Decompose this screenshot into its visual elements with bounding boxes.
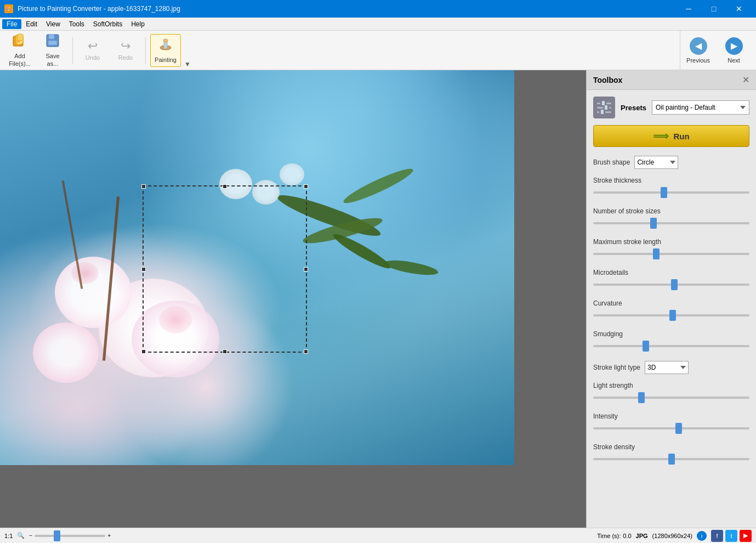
window-controls: ─ □ ✕ — [676, 0, 752, 18]
brush-shape-control: Brush shape Circle Square Diamond — [593, 156, 749, 169]
presets-icon — [593, 97, 615, 118]
menu-file[interactable]: File — [2, 19, 21, 29]
stroke-density-control: Stroke density — [593, 443, 749, 466]
smudging-slider[interactable] — [593, 341, 749, 352]
time-value: 0.0 — [623, 533, 631, 539]
handle-top-left[interactable] — [141, 184, 146, 189]
save-icon — [45, 33, 60, 52]
minimize-button[interactable]: ─ — [676, 0, 701, 18]
handle-middle-right[interactable] — [304, 267, 308, 272]
svg-rect-6 — [48, 41, 57, 45]
svg-point-9 — [163, 39, 168, 42]
next-button[interactable]: ▶ Next — [716, 31, 752, 70]
stroke-thickness-label: Stroke thickness — [593, 177, 749, 184]
curvature-label: Curvature — [593, 299, 749, 307]
main-content: Toolbox ✕ — [0, 70, 756, 528]
zoom-minus-icon: − — [29, 533, 32, 539]
run-button[interactable]: ⟹ Run — [593, 125, 749, 147]
preset-dropdown[interactable]: Oil painting - Default Oil painting - Fi… — [652, 100, 749, 115]
stroke-light-type-label: Stroke light type — [593, 364, 640, 371]
separator-1 — [72, 37, 73, 64]
previous-icon: ◀ — [690, 37, 707, 55]
undo-icon: ↩ — [88, 39, 98, 53]
stroke-thickness-slider[interactable] — [593, 187, 749, 198]
youtube-button[interactable]: ▶ — [740, 530, 752, 542]
info-button[interactable]: i — [697, 531, 707, 541]
handle-middle-left[interactable] — [141, 267, 146, 272]
zoom-ratio: 1:1 — [4, 533, 13, 539]
redo-icon: ↪ — [121, 39, 130, 53]
stroke-density-label: Stroke density — [593, 443, 749, 451]
presets-label: Presets — [621, 104, 646, 112]
toolbox-title: Toolbox — [593, 76, 622, 84]
toolbox-panel: Toolbox ✕ — [586, 70, 756, 528]
light-strength-slider[interactable] — [593, 392, 749, 403]
microdetails-control: Microdetails — [593, 269, 749, 292]
zoom-icon: 🔍 — [17, 532, 25, 539]
curvature-slider[interactable] — [593, 310, 749, 321]
microdetails-slider[interactable] — [593, 279, 749, 290]
nav-buttons: ◀ Previous ▶ Next — [680, 31, 752, 70]
add-files-button[interactable]: 📂 AddFile(s)... — [4, 34, 35, 67]
next-label: Next — [727, 57, 740, 64]
social-buttons: f t ▶ — [711, 530, 752, 542]
format-label: JPG — [636, 533, 648, 539]
undo-label: Undo — [86, 54, 100, 61]
num-stroke-sizes-control: Number of stroke sizes — [593, 207, 749, 230]
canvas-image — [0, 70, 514, 465]
brush-shape-label: Brush shape — [593, 159, 630, 166]
max-stroke-length-slider[interactable] — [593, 248, 749, 259]
maximize-button[interactable]: □ — [701, 0, 726, 18]
time-label: Time (s): — [597, 533, 621, 539]
toolbar-expand[interactable]: ▼ — [183, 31, 192, 70]
toolbox-close-button[interactable]: ✕ — [742, 75, 749, 85]
light-strength-label: Light strength — [593, 382, 749, 389]
microdetails-label: Microdetails — [593, 269, 749, 276]
add-files-icon: 📂 — [12, 33, 27, 52]
save-as-label: Saveas... — [46, 53, 59, 67]
menu-softorbits[interactable]: SoftOrbits — [89, 19, 127, 29]
svg-rect-5 — [49, 35, 54, 39]
window-title: Picture to Painting Converter - apple-16… — [18, 5, 180, 13]
redo-label: Redo — [118, 54, 133, 61]
stroke-density-slider[interactable] — [593, 454, 749, 465]
brush-shape-dropdown[interactable]: Circle Square Diamond — [634, 156, 678, 169]
redo-button[interactable]: ↪ Redo — [110, 34, 141, 67]
stroke-light-type-dropdown[interactable]: 3D 2D None — [645, 361, 689, 374]
facebook-button[interactable]: f — [711, 530, 723, 542]
handle-bottom-right[interactable] — [304, 349, 308, 354]
undo-button[interactable]: ↩ Undo — [77, 34, 108, 67]
canvas-area[interactable] — [0, 70, 586, 528]
title-bar: 🎨 Picture to Painting Converter - apple-… — [0, 0, 756, 18]
save-as-button[interactable]: Saveas... — [37, 34, 68, 67]
num-stroke-sizes-slider[interactable] — [593, 218, 749, 229]
painting-label: Painting — [155, 56, 177, 64]
close-button[interactable]: ✕ — [726, 0, 752, 18]
separator-2 — [145, 37, 146, 64]
previous-label: Previous — [686, 57, 710, 64]
menu-edit[interactable]: Edit — [21, 19, 42, 29]
zoom-slider[interactable] — [35, 530, 105, 541]
painting-button[interactable]: Painting — [150, 34, 181, 67]
intensity-slider[interactable] — [593, 423, 749, 434]
menu-help[interactable]: Help — [127, 19, 149, 29]
twitter-button[interactable]: t — [725, 530, 737, 542]
curvature-control: Curvature — [593, 299, 749, 323]
presets-row: Presets Oil painting - Default Oil paint… — [593, 97, 749, 118]
smudging-control: Smudging — [593, 330, 749, 353]
handle-top-right[interactable] — [304, 184, 308, 189]
menu-tools[interactable]: Tools — [65, 19, 89, 29]
dimensions-label: (1280x960x24) — [652, 533, 692, 539]
previous-button[interactable]: ◀ Previous — [680, 31, 716, 70]
toolbox-header: Toolbox ✕ — [587, 70, 756, 90]
zoom-slider-container: − + — [29, 530, 111, 541]
light-strength-control: Light strength — [593, 382, 749, 405]
num-stroke-sizes-label: Number of stroke sizes — [593, 207, 749, 215]
painting-icon — [158, 37, 173, 55]
menu-view[interactable]: View — [42, 19, 65, 29]
handle-bottom-middle[interactable] — [223, 349, 227, 354]
zoom-plus-icon: + — [107, 533, 111, 539]
next-icon: ▶ — [725, 37, 743, 55]
status-bar: 1:1 🔍 − + Time (s): 0.0 JPG (1280x960x24… — [0, 528, 756, 543]
max-stroke-length-control: Maximum stroke length — [593, 238, 749, 261]
